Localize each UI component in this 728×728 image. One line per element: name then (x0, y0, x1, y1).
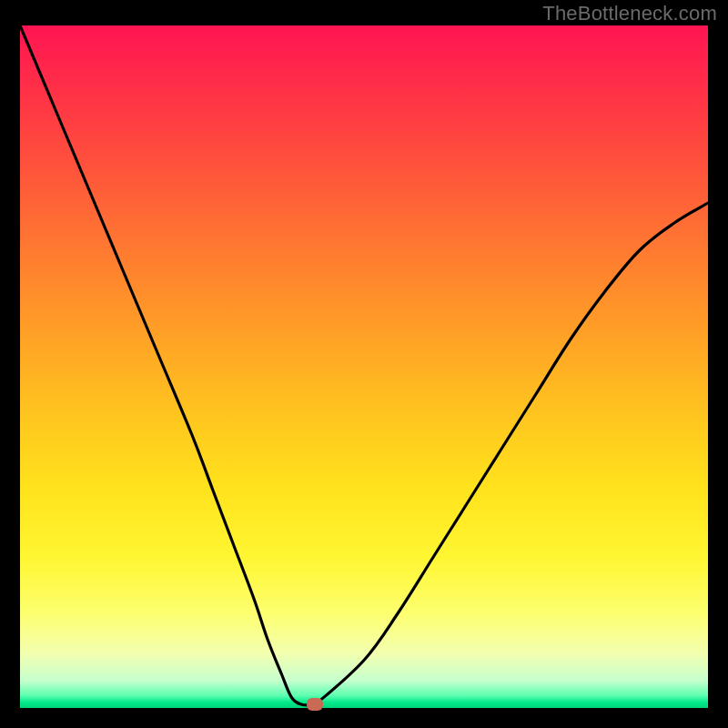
watermark-text: TheBottleneck.com (542, 2, 717, 25)
chart-curve-svg (20, 25, 708, 708)
chart-plot-area (20, 25, 708, 708)
chart-min-marker (307, 698, 323, 711)
bottleneck-curve-path (20, 25, 708, 705)
